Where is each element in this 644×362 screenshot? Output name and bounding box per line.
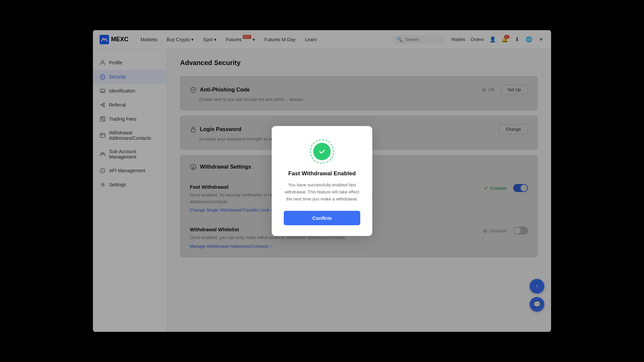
modal-title: Fast Withdrawal Enabled [288, 170, 356, 177]
confirm-button[interactable]: Confirm [284, 211, 360, 225]
success-modal: Fast Withdrawal Enabled You have success… [272, 126, 372, 236]
modal-overlay: Fast Withdrawal Enabled You have success… [93, 30, 551, 332]
modal-icon-wrap [310, 139, 334, 164]
modal-check-icon [313, 143, 331, 160]
modal-desc: You have successfully enabled fast withd… [284, 182, 360, 202]
